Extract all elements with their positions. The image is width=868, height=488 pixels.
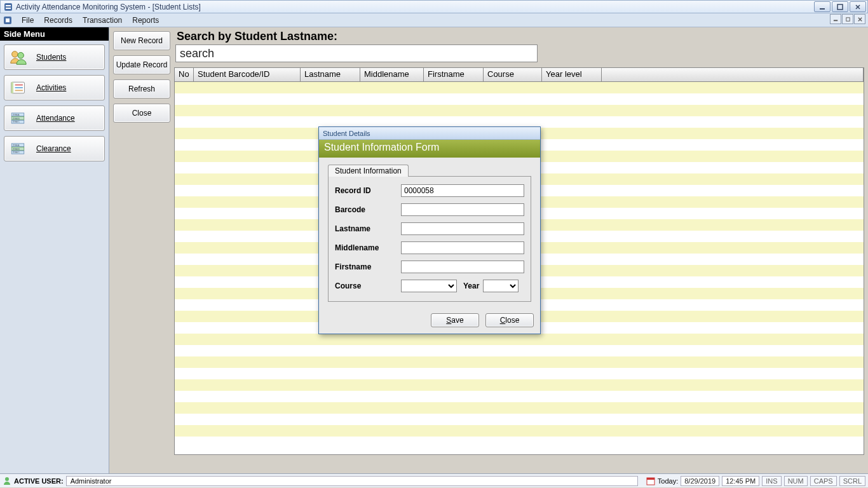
window-titlebar: Activity Attendance Monitoring System - … xyxy=(0,0,868,13)
table-row[interactable] xyxy=(175,414,864,425)
attendance-icon: ITEM AITEM BITEM C xyxy=(8,109,27,128)
grid-col-yearlevel[interactable]: Year level xyxy=(542,68,602,81)
mdi-minimize-button[interactable] xyxy=(830,14,841,24)
middlename-label: Middlename xyxy=(335,243,401,252)
table-row[interactable] xyxy=(175,334,864,345)
active-user-value: Administrator xyxy=(66,476,638,486)
clearance-icon: ITEM AITEM BITEM C xyxy=(8,139,27,158)
course-select[interactable] xyxy=(401,280,457,292)
grid-col-firstname[interactable]: Firstname xyxy=(424,68,484,81)
svg-rect-0 xyxy=(4,3,12,11)
svg-point-13 xyxy=(12,51,18,57)
status-ins: INS xyxy=(762,476,781,486)
year-label: Year xyxy=(463,281,479,290)
course-label: Course xyxy=(335,281,401,290)
svg-rect-34 xyxy=(647,478,654,480)
barcode-label: Barcode xyxy=(335,205,401,214)
active-user-icon xyxy=(3,477,11,485)
svg-rect-8 xyxy=(6,18,10,22)
side-btn-attendance[interactable]: ITEM AITEM BITEM C Attendance xyxy=(4,105,105,131)
grid-col-barcode[interactable]: Student Barcode/ID xyxy=(194,68,301,81)
dialog-close-button[interactable]: Close xyxy=(485,313,534,327)
activities-icon xyxy=(8,78,27,97)
calendar-icon xyxy=(646,477,655,485)
side-btn-clearance[interactable]: ITEM AITEM BITEM C Clearance xyxy=(4,136,105,161)
grid-col-no[interactable]: No xyxy=(175,68,194,81)
tab-student-information[interactable]: Student Information xyxy=(328,165,409,177)
side-btn-activities[interactable]: Activities xyxy=(4,75,105,100)
table-row[interactable] xyxy=(175,368,864,379)
refresh-button[interactable]: Refresh xyxy=(113,79,170,98)
menu-transaction[interactable]: Transaction xyxy=(78,15,127,26)
table-row[interactable] xyxy=(175,82,864,93)
new-record-button[interactable]: New Record xyxy=(113,31,170,50)
student-details-dialog: Student Details Student Information Form… xyxy=(318,126,541,334)
statusbar: ACTIVE USER: Administrator Today: 8/29/2… xyxy=(0,473,868,487)
dialog-save-button[interactable]: Save xyxy=(431,313,479,327)
svg-rect-16 xyxy=(11,82,14,93)
dialog-banner: Student Information Form xyxy=(319,140,540,158)
svg-rect-9 xyxy=(833,20,837,21)
svg-rect-4 xyxy=(837,4,843,10)
menu-reports[interactable]: Reports xyxy=(127,15,164,26)
lastname-input[interactable] xyxy=(401,222,524,235)
side-menu-header: Side Menu xyxy=(0,27,109,41)
status-time: 12:45 PM xyxy=(722,476,759,486)
record-toolbar: New Record Update Record Refresh Close xyxy=(109,27,174,473)
side-label-activities: Activities xyxy=(36,83,66,92)
menubar: File Records Transaction Reports xyxy=(0,13,868,27)
record-id-label: Record ID xyxy=(335,186,401,195)
mdi-window-controls xyxy=(829,14,865,24)
status-num: NUM xyxy=(784,476,808,486)
table-row[interactable] xyxy=(175,105,864,116)
side-label-students: Students xyxy=(36,53,66,62)
year-select[interactable] xyxy=(483,280,519,292)
window-minimize-button[interactable] xyxy=(814,1,831,12)
dialog-titlebar[interactable]: Student Details xyxy=(319,127,540,140)
side-btn-students[interactable]: Students xyxy=(4,44,105,70)
status-scrl: SCRL xyxy=(839,476,865,486)
close-list-button[interactable]: Close xyxy=(113,104,170,123)
table-row[interactable] xyxy=(175,437,864,448)
svg-rect-2 xyxy=(6,8,11,9)
window-maximize-button[interactable] xyxy=(832,1,848,12)
svg-text:ITEM B: ITEM B xyxy=(13,148,20,151)
mdi-restore-button[interactable] xyxy=(842,14,853,24)
grid-header-row: No Student Barcode/ID Lastname Middlenam… xyxy=(175,68,864,82)
side-label-attendance: Attendance xyxy=(36,114,75,123)
lastname-label: Lastname xyxy=(335,224,401,233)
svg-text:ITEM B: ITEM B xyxy=(13,118,20,120)
update-record-button[interactable]: Update Record xyxy=(113,55,170,74)
table-row[interactable] xyxy=(175,379,864,391)
svg-text:ITEM A: ITEM A xyxy=(13,114,20,116)
table-row[interactable] xyxy=(175,345,864,356)
record-id-input[interactable] xyxy=(401,184,524,197)
firstname-input[interactable] xyxy=(401,261,524,273)
search-input[interactable]: search xyxy=(175,44,538,62)
table-row[interactable] xyxy=(175,356,864,368)
menubar-app-icon xyxy=(3,15,13,25)
search-input-text: search xyxy=(180,47,214,60)
table-row[interactable] xyxy=(175,391,864,402)
middlename-input[interactable] xyxy=(401,241,524,254)
firstname-label: Firstname xyxy=(335,262,401,271)
table-row[interactable] xyxy=(175,93,864,105)
barcode-input[interactable] xyxy=(401,203,524,216)
menu-records[interactable]: Records xyxy=(39,15,78,26)
student-form-panel: Record ID Barcode Lastname Middlena xyxy=(328,176,531,302)
students-icon xyxy=(8,48,27,67)
window-close-button[interactable] xyxy=(850,1,866,12)
mdi-close-button[interactable] xyxy=(854,14,865,24)
svg-point-14 xyxy=(18,53,24,58)
menu-file[interactable]: File xyxy=(17,15,39,26)
grid-col-spacer xyxy=(602,68,864,81)
grid-col-course[interactable]: Course xyxy=(484,68,542,81)
svg-text:ITEM A: ITEM A xyxy=(13,144,20,147)
today-label: Today: xyxy=(658,477,678,485)
table-row[interactable] xyxy=(175,402,864,414)
search-label: Search by Student Lastname: xyxy=(177,30,864,43)
grid-col-middlename[interactable]: Middlename xyxy=(360,68,424,81)
table-row[interactable] xyxy=(175,425,864,437)
svg-text:ITEM C: ITEM C xyxy=(13,151,20,154)
grid-col-lastname[interactable]: Lastname xyxy=(301,68,360,81)
